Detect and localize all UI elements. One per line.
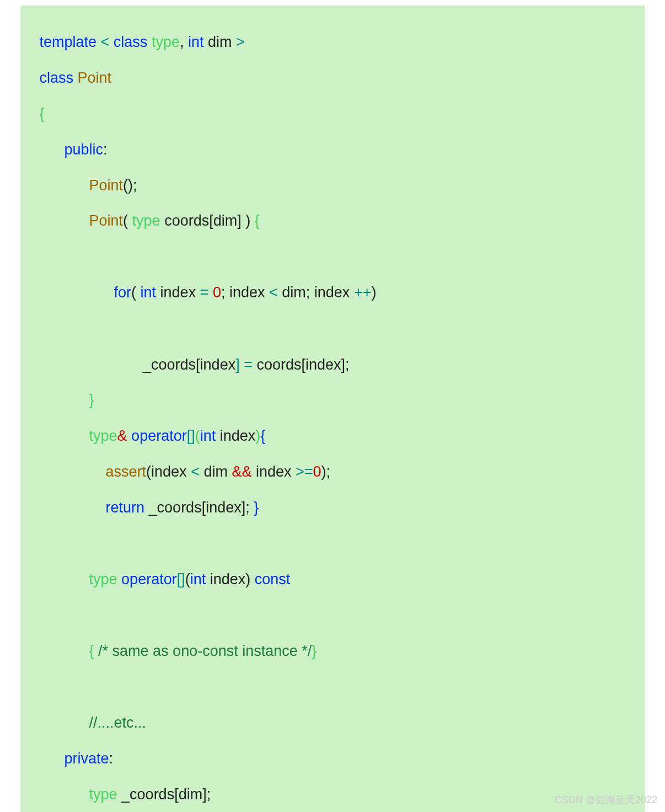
code-line: Point( type coords[dim] ) {	[27, 212, 638, 229]
code-line: { /* same as ono-const instance */}	[27, 642, 638, 660]
code-line: assert(index < dim && index >=0);	[27, 463, 638, 480]
code-line: class Point	[27, 69, 638, 87]
blank-line	[27, 606, 638, 624]
code-line: }	[27, 391, 638, 409]
code-line: _coords[index] = coords[index];	[27, 356, 638, 373]
watermark-text: CSDN @碧海蓝天2022	[555, 793, 657, 806]
blank-line	[27, 678, 638, 696]
code-line: template < class type, int dim >	[27, 33, 638, 51]
code-line: type& operator[](int index){	[27, 427, 638, 445]
blank-line	[27, 535, 638, 553]
code-line: for( int index = 0; index < dim; index +…	[27, 284, 638, 301]
code-line: public:	[27, 141, 638, 158]
code-line: Point();	[27, 177, 638, 194]
blank-line	[27, 319, 638, 338]
code-line: private:	[27, 750, 638, 767]
code-line: {	[27, 105, 638, 122]
code-block: template < class type, int dim > class P…	[20, 6, 645, 812]
code-line: return _coords[index]; }	[27, 499, 638, 516]
keyword-template: template	[40, 34, 97, 50]
blank-line	[27, 248, 638, 266]
code-line: //....etc...	[27, 714, 638, 731]
code-line: type operator[](int index) const	[27, 570, 638, 588]
code-line: type _coords[dim];	[27, 786, 638, 803]
